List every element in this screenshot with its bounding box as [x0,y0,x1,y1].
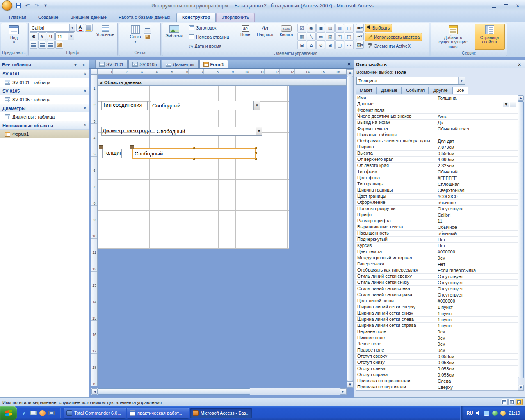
command-button[interactable]: xxxx Кнопка [276,24,296,50]
property-value[interactable]: #000000 ▼ … [436,249,518,255]
office-button[interactable] [2,0,12,11]
property-row[interactable]: Отступ сверху 0,053см ▼ … [356,354,518,360]
horizontal-ruler[interactable]: 12345678910111213141516 [98,69,347,75]
ribbon-tab[interactable]: Главная [3,13,32,22]
special-effect-button[interactable]: ▨▼ [356,41,364,49]
ribbon-tab[interactable]: Конструктор [176,13,216,22]
property-value[interactable]: 1 пункт ▼ … [436,317,518,322]
design-view-button[interactable] [516,399,523,405]
property-value[interactable]: Отсутствует ▼ … [436,274,518,279]
messenger-icon[interactable] [500,411,506,416]
property-row[interactable]: Ширина 7,873см ▼ … [356,144,518,151]
scroll-up-icon[interactable]: ▲ [518,95,524,101]
close-document-button[interactable]: × [346,61,352,67]
property-row[interactable]: Высота 0,556см ▼ … [356,151,518,157]
property-row[interactable]: Выравнивание текста Обычное ▼ … [356,224,518,231]
gridline-width-button[interactable] [144,33,151,41]
property-row[interactable]: Данные ▼ … [356,101,518,107]
sidebar-row[interactable]: Диаметры « [0,104,89,112]
move-handle[interactable] [130,145,134,149]
conditional-formatting-button[interactable]: Условное [94,24,116,49]
property-row[interactable]: Гиперссылка Нет ▼ … [356,261,518,267]
ribbon-tab[interactable]: Работа с базами данных [113,13,176,22]
combo-connection-type[interactable]: Свободный▼ [151,101,260,110]
label-button[interactable]: Aa Надпись [255,24,275,50]
resize-handle[interactable] [193,158,195,160]
resize-handle[interactable] [255,158,257,160]
combo-electrode-diameter[interactable]: Свободный▼ [155,127,262,136]
property-row[interactable]: Ширина линий сетки снизу 1 пункт ▼ … [356,310,518,317]
option-group-icon[interactable]: ▢ [335,41,344,49]
datasheet-view-button[interactable] [508,399,515,405]
property-value[interactable]: Нет ▼ … [436,261,518,267]
document-tab[interactable]: Form1 [199,60,228,68]
property-value[interactable]: Отсутствует ▼ … [436,280,518,285]
property-row[interactable]: Отображать элемент выбора даты Для дат ▼… [356,138,518,144]
select-button[interactable]: Выбрать [365,24,392,32]
dropdown-arrow-icon[interactable]: ▼ [458,77,465,84]
scrollbar-thumb[interactable] [518,101,524,378]
logo-button[interactable]: Эмблема [163,24,185,50]
list-box-icon[interactable]: ▥ [335,24,344,32]
scroll-right-icon[interactable]: ► [340,388,346,395]
property-row[interactable]: Правое поле 0см ▼ … [356,347,518,354]
ribbon-tab[interactable]: Упорядочить [216,13,254,22]
property-row[interactable]: Цвет фона #FFFFFF ▼ … [356,175,518,181]
property-value[interactable]: Нет ▼ … [436,243,518,249]
vertical-ruler[interactable]: 12345678910111213141516171819 [91,75,98,386]
dropdown-arrow-icon[interactable]: ▼ [253,101,260,110]
property-value[interactable]: Сплошная ▼ … [436,181,518,187]
property-scrollbar[interactable]: ▲ ▼ [518,95,524,391]
navigation-pane-header[interactable]: Все таблицы ▼ « [0,60,89,69]
collapse-chevron-icon[interactable]: « [82,107,88,110]
attachment-icon[interactable]: ⊙ [316,41,325,49]
property-row[interactable]: Отступ слева 0,053см ▼ … [356,366,518,372]
property-row[interactable]: Курсив Нет ▼ … [356,243,518,249]
scroll-down-icon[interactable]: ▼ [518,385,524,390]
property-row[interactable]: От верхнего края 4,099см ▼ … [356,157,518,163]
line-style-button[interactable]: ╍▼ [356,32,364,40]
property-row[interactable]: Отображать как гиперссылку Если гиперссы… [356,267,518,274]
property-row[interactable]: Формат поля ▼ … [356,107,518,114]
view-button[interactable]: Вид ▼ [8,24,20,49]
property-row[interactable]: Число десятичных знаков Авто ▼ … [356,114,518,120]
property-value[interactable]: 0,053см ▼ … [436,372,518,378]
property-value[interactable]: 0см ▼ … [436,329,518,335]
hyperlink-icon[interactable]: ⌂ [307,41,316,49]
collapse-chevron-icon[interactable]: « [82,89,88,92]
font-name-combo[interactable]: Calibri▼ [30,24,75,32]
volume-icon[interactable] [476,411,481,416]
property-value[interactable]: обычное ▼ … [436,200,518,205]
sidebar-row[interactable]: Форма1 « [0,130,89,138]
nav-menu-dropdown-icon[interactable]: ▼ [72,62,79,68]
property-value[interactable]: 0см ▼ … [436,347,518,353]
bold-button[interactable]: Ж [30,32,37,40]
fill-color-button[interactable] [85,24,93,32]
property-row[interactable]: Верхнее поле 0см ▼ … [356,329,518,335]
underline-button[interactable]: Ч [47,32,55,40]
text-box-button[interactable]: ab Поле [237,24,253,50]
property-value[interactable]: Если гиперссылка ▼ … [436,267,518,273]
property-tab[interactable]: Все [452,87,468,94]
taskbar-task[interactable]: Total Commander 6.0... [64,408,126,418]
taskbar-task[interactable]: практическая работ... [127,408,189,418]
property-value[interactable]: ▼ … [436,132,518,138]
label-electrode-diameter[interactable]: Диаметр электрода [101,127,155,136]
shutter-close-icon[interactable]: « [80,62,87,68]
property-row[interactable]: Междустрочный интервал 0см ▼ … [356,255,518,261]
property-row[interactable]: Стиль линий сетки снизу Отсутствует ▼ … [356,280,518,286]
property-row[interactable]: Цвет линий сетки #000000 ▼ … [356,298,518,304]
activex-button[interactable]: Элементы ActiveX [365,42,413,50]
page-numbers-button[interactable]: Номера страниц [187,33,232,41]
scroll-left-icon[interactable]: ◄ [91,388,98,395]
property-value[interactable]: 1 пункт ▼ … [436,310,518,316]
property-value[interactable]: Слева ▼ … [436,378,518,384]
property-value[interactable]: Обычный текст ▼ … [436,126,518,132]
align-left-button[interactable] [30,41,37,49]
sidebar-row[interactable]: Несвязанные объекты « [0,121,89,130]
image-icon[interactable]: ▧ [326,32,335,41]
property-row[interactable]: Ширина линий сетки справа 1 пункт ▼ … [356,323,518,329]
internet-explorer-icon[interactable]: e [21,409,28,417]
dropdown-arrow-icon[interactable]: ▼ [68,33,74,40]
document-tab[interactable]: Диаметры [162,60,198,68]
